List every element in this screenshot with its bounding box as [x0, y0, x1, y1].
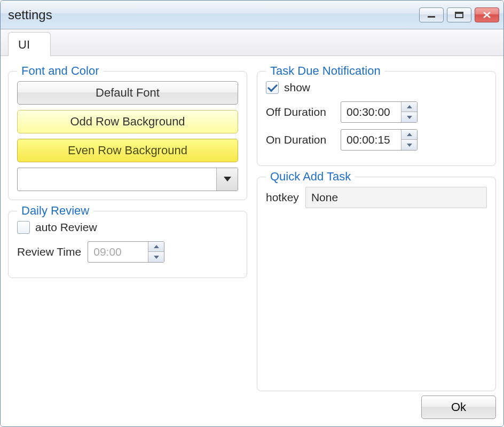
svg-rect-0 [428, 16, 435, 18]
svg-marker-11 [407, 144, 412, 147]
even-row-background-button[interactable]: Even Row Background [17, 139, 238, 162]
on-duration-label: On Duration [266, 133, 334, 146]
review-time-label: Review Time [17, 246, 81, 258]
auto-review-label: auto Review [35, 221, 97, 234]
columns: Font and Color Default Font Odd Row Back… [8, 60, 496, 419]
svg-marker-10 [407, 133, 412, 136]
close-icon [483, 11, 491, 19]
auto-review-checkbox[interactable] [17, 221, 30, 234]
quick-add-task-group: Quick Add Task hotkey None [257, 177, 496, 391]
svg-marker-9 [407, 116, 412, 119]
svg-marker-7 [154, 256, 159, 259]
dialog-footer: Ok [257, 391, 496, 419]
review-time-spinner[interactable]: 09:00 [88, 241, 164, 263]
spinner-up-icon[interactable] [148, 242, 164, 252]
spinner-down-icon[interactable] [148, 252, 164, 262]
odd-row-background-button[interactable]: Odd Row Background [17, 110, 238, 133]
svg-marker-6 [154, 245, 159, 248]
window-buttons [419, 7, 499, 22]
off-duration-spinner[interactable]: 00:30:00 [341, 101, 418, 123]
review-time-value: 09:00 [88, 242, 148, 262]
hotkey-label: hotkey [266, 191, 299, 204]
settings-window: settings UI Font and Color Default Font [0, 0, 504, 427]
off-duration-label: Off Duration [266, 106, 334, 118]
tab-strip: UI [1, 29, 503, 56]
spinner-up-icon[interactable] [401, 102, 417, 112]
show-notification-checkbox[interactable] [266, 81, 279, 94]
on-duration-value: 00:00:15 [341, 130, 401, 150]
daily-review-group: Daily Review auto Review Review Time 09:… [8, 211, 247, 278]
tab-ui[interactable]: UI [8, 32, 51, 56]
left-column: Font and Color Default Font Odd Row Back… [8, 60, 247, 419]
titlebar: settings [1, 1, 503, 29]
hotkey-value: None [311, 191, 338, 204]
maximize-icon [454, 11, 464, 19]
font-color-combo-value [18, 168, 216, 191]
daily-review-title: Daily Review [17, 204, 93, 218]
hotkey-field[interactable]: None [305, 187, 487, 208]
svg-marker-5 [224, 177, 231, 181]
svg-marker-8 [407, 105, 412, 108]
chevron-down-icon [216, 168, 238, 191]
minimize-button[interactable] [419, 7, 444, 22]
task-due-notification-group: Task Due Notification show Off Duration … [257, 71, 496, 166]
font-color-combo[interactable] [17, 168, 238, 191]
on-duration-spinner[interactable]: 00:00:15 [341, 129, 418, 151]
close-button[interactable] [475, 7, 499, 22]
off-duration-value: 00:30:00 [341, 102, 401, 122]
minimize-icon [427, 11, 436, 19]
spinner-down-icon[interactable] [401, 140, 417, 150]
window-title: settings [8, 7, 52, 22]
quick-add-task-title: Quick Add Task [266, 170, 355, 184]
font-and-color-title: Font and Color [17, 64, 104, 78]
font-and-color-group: Font and Color Default Font Odd Row Back… [8, 71, 247, 200]
ok-button[interactable]: Ok [421, 396, 496, 419]
maximize-button[interactable] [447, 7, 471, 22]
right-column: Task Due Notification show Off Duration … [257, 60, 496, 419]
spinner-up-icon[interactable] [401, 130, 417, 140]
show-notification-label: show [284, 81, 310, 94]
task-due-notification-title: Task Due Notification [266, 64, 385, 78]
svg-rect-2 [455, 12, 463, 14]
default-font-button[interactable]: Default Font [17, 81, 238, 105]
client-area: UI Font and Color Default Font Odd Row B… [1, 29, 503, 426]
spinner-down-icon[interactable] [401, 112, 417, 122]
